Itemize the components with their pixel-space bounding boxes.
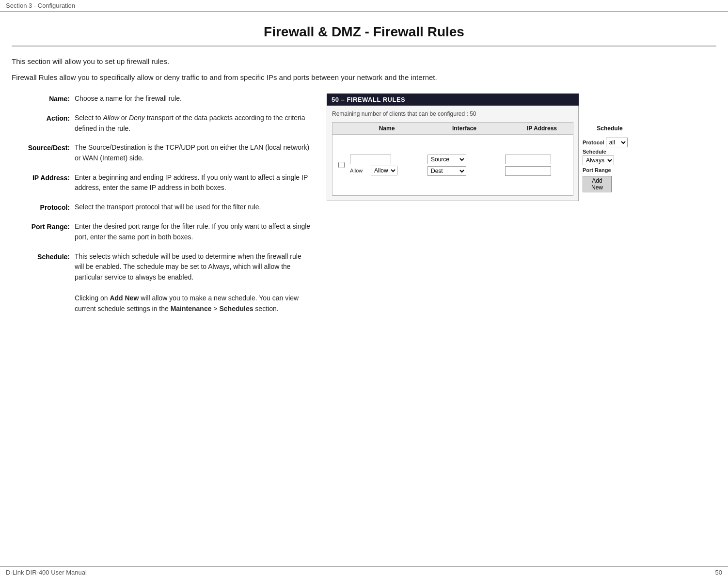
bottom-bar: D-Link DIR-400 User Manual 50: [0, 566, 728, 578]
manual-label: D-Link DIR-400 User Manual: [6, 569, 87, 576]
main-layout: Name: Choose a name for the firewall rul…: [12, 94, 716, 323]
ip-end-input[interactable]: [505, 166, 551, 176]
add-new-button[interactable]: Add New: [583, 176, 612, 192]
col-name: Name: [348, 124, 426, 133]
firewall-box-body: Remaining number of clients that can be …: [327, 106, 579, 201]
remaining-text: Remaining number of clients that can be …: [332, 110, 573, 117]
field-ipaddress-row: IP Address: Enter a beginning and ending…: [12, 172, 312, 193]
protocol-block: Protocol all TCP UDP ICMP: [583, 138, 637, 147]
col-checkbox: [334, 124, 348, 133]
field-label-action: Action:: [12, 113, 75, 134]
add-new-strong: Add New: [110, 294, 139, 302]
col-interface: Interface: [426, 124, 503, 133]
source-select[interactable]: Source Dest: [427, 155, 466, 164]
ip-start-input[interactable]: [505, 155, 551, 164]
port-range-section: Port Range: [583, 167, 637, 173]
field-desc-sourcedest: The Source/Destination is the TCP/UDP po…: [75, 142, 312, 163]
maintenance-strong: Maintenance: [171, 305, 212, 312]
row-name-cell: Allow Allow Deny: [348, 154, 426, 176]
field-name-row: Name: Choose a name for the firewall rul…: [12, 94, 312, 104]
source-row: Source Dest: [427, 155, 501, 164]
field-label-sourcedest: Source/Dest:: [12, 142, 75, 163]
field-desc-portrange: Enter the desired port range for the fil…: [75, 221, 312, 242]
field-label-ipaddress: IP Address:: [12, 172, 75, 193]
left-panel: Name: Choose a name for the firewall rul…: [12, 94, 312, 323]
action-sub-row: Allow Allow Deny: [350, 166, 424, 175]
table-header-row: Name Interface IP Address Schedule: [332, 123, 573, 135]
rules-table: Name Interface IP Address Schedule: [332, 122, 573, 196]
field-protocol-row: Protocol: Select the transport protocol …: [12, 202, 312, 213]
intro-text-2: Firewall Rules allow you to specifically…: [12, 72, 716, 83]
page-content: Firewall & DMZ - Firewall Rules This sec…: [0, 12, 728, 338]
col-schedule: Schedule: [581, 124, 639, 133]
field-sourcedest-row: Source/Dest: The Source/Destination is t…: [12, 142, 312, 163]
dest-select[interactable]: Dest Source: [427, 166, 466, 176]
field-schedule-row: Schedule: This selects which schedule wi…: [12, 251, 312, 314]
port-range-label: Port Range: [583, 167, 611, 173]
action-label: Allow: [350, 168, 369, 173]
field-action-row: Action: Select to Allow or Deny transpor…: [12, 113, 312, 134]
schedule-desc1: This selects which schedule will be used…: [75, 251, 312, 283]
schedule-select[interactable]: Always: [583, 156, 614, 165]
right-panel: 50 – FIREWALL RULES Remaining number of …: [327, 94, 579, 201]
row-checkbox[interactable]: [338, 162, 345, 168]
schedule-desc2: Clicking on Add New will allow you to ma…: [75, 293, 312, 314]
protocol-label: Protocol: [583, 140, 604, 145]
row-checkbox-cell: [334, 161, 348, 169]
row-ip-cell: [503, 154, 581, 177]
field-label-schedule: Schedule:: [12, 251, 75, 314]
field-label-protocol: Protocol:: [12, 202, 75, 213]
page-title: Firewall & DMZ - Firewall Rules: [12, 24, 716, 47]
dest-row: Dest Source: [427, 166, 501, 176]
schedule-label: Schedule: [583, 149, 637, 155]
col-ipaddress: IP Address: [503, 124, 581, 133]
row-schedule-cell: Protocol all TCP UDP ICMP: [581, 137, 639, 193]
field-desc-schedule: This selects which schedule will be used…: [75, 251, 312, 314]
protocol-select[interactable]: all TCP UDP ICMP: [606, 138, 628, 147]
schedules-strong: Schedules: [219, 305, 253, 312]
deny-italic: Deny: [129, 114, 145, 122]
name-input[interactable]: [350, 155, 391, 164]
field-label-portrange: Port Range:: [12, 221, 75, 242]
field-desc-protocol: Select the transport protocol that will …: [75, 202, 312, 213]
field-desc-name: Choose a name for the firewall rule.: [75, 94, 312, 104]
intro-text-1: This section will allow you to set up fi…: [12, 56, 716, 67]
field-desc-ipaddress: Enter a beginning and ending IP address.…: [75, 172, 312, 193]
field-desc-action: Select to Allow or Deny transport of the…: [75, 113, 312, 134]
row-interface-cell: Source Dest Dest Source: [426, 154, 503, 177]
section-label: Section 3 - Configuration: [6, 2, 75, 9]
schedule-section: Schedule Always: [583, 149, 637, 165]
field-portrange-row: Port Range: Enter the desired port range…: [12, 221, 312, 242]
table-row: Allow Allow Deny Source: [332, 135, 573, 195]
action-select[interactable]: Allow Deny: [371, 166, 397, 175]
protocol-row: Protocol all TCP UDP ICMP: [583, 138, 628, 147]
allow-italic: Allow: [103, 114, 119, 122]
page-number: 50: [715, 569, 722, 576]
top-bar: Section 3 - Configuration: [0, 0, 728, 12]
field-label-name: Name:: [12, 94, 75, 104]
firewall-box-header: 50 – FIREWALL RULES: [327, 94, 579, 106]
